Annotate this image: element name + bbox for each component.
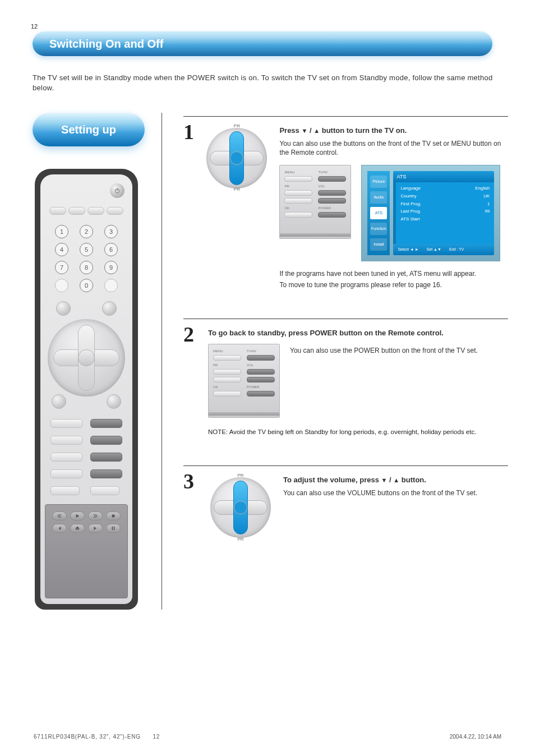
up-icon: ▲ — [393, 477, 399, 483]
page-title: Switching On and Off — [49, 36, 163, 52]
section-pill: Setting up — [33, 113, 145, 146]
step1-post: button to turn the TV on. — [322, 126, 407, 135]
number-pad: 123 456 789 0 — [40, 224, 132, 293]
pause-icon — [106, 524, 121, 533]
step2-title: To go back to standby, press POWER butto… — [208, 328, 508, 338]
prev-icon — [52, 524, 67, 533]
step-number: 1 — [183, 121, 204, 142]
osd-footer-hint: Exit : TV — [449, 247, 464, 252]
step1-p3: To move to tune the programs please refe… — [279, 280, 508, 289]
pr-up-label: PR — [237, 473, 243, 479]
media-buttons-panel — [45, 504, 128, 598]
dpad-icon: PR PR — [204, 126, 269, 191]
osd-screenshot: Picture Audio ATS Function Install ATS — [361, 165, 500, 261]
step1-p2: If the programs have not been tuned in y… — [279, 269, 508, 278]
footer-page-number: 12 — [153, 734, 160, 740]
dpad-icon: PR PR — [208, 475, 273, 540]
footer-date: 2004.4.22, 10:14 AM — [450, 733, 501, 741]
step-1: 1 PR PR Press ▼ / ▲ — [183, 116, 508, 289]
section-pill-label: Setting up — [61, 124, 116, 136]
step3-p1: You can also use the VOLUME buttons on t… — [283, 488, 477, 497]
mode-buttons — [40, 207, 132, 215]
osd-tab: Function — [370, 223, 387, 235]
down-icon: ▼ — [381, 477, 388, 483]
svg-rect-2 — [112, 515, 115, 518]
page-title-bar: Switching On and Off — [33, 31, 492, 56]
osd-footer-hint: Set ▲▼ — [427, 247, 441, 252]
down-icon: ▼ — [301, 127, 307, 134]
osd-label: Last Prog. — [400, 209, 421, 215]
front-panel-illustration: MENUTV/AV PRVOL OKPOWER — [208, 344, 280, 418]
misc-button — [102, 301, 117, 316]
osd-value: 99 — [485, 209, 490, 215]
mute-button — [52, 394, 66, 409]
osd-label: ATS Start — [400, 216, 419, 223]
pr-up-label: PR — [234, 123, 240, 130]
osd-header: ATS — [393, 171, 494, 182]
remote-illustration: 123 456 789 0 — [35, 169, 138, 610]
step1-p1: You can also use the buttons on the fron… — [279, 139, 508, 157]
pr-down-label: PR — [237, 537, 243, 543]
function-buttons — [40, 417, 132, 497]
eject-icon — [70, 524, 85, 533]
osd-label: Language — [400, 186, 421, 192]
step-number: 2 — [183, 324, 208, 345]
play-icon — [70, 511, 85, 520]
step3-post: button. — [402, 476, 426, 484]
misc-button — [56, 301, 71, 316]
osd-label: First Prog. — [400, 201, 421, 208]
osd-tab-active: ATS — [370, 207, 387, 219]
intro-text: The TV set will be in Standby mode when … — [33, 73, 508, 93]
osd-tab: Install — [370, 238, 387, 251]
osd-tab: Picture — [370, 176, 387, 188]
osd-tab: Audio — [370, 191, 387, 204]
osd-body: LanguageEnglish CountryUK First Prog.1 L… — [393, 182, 494, 244]
svg-rect-4 — [114, 527, 115, 530]
step-3: 3 PR PR To adjust the volume, press ▼ / — [183, 465, 508, 540]
step2-p1: You can also use the POWER button on the… — [290, 344, 478, 418]
ok-button — [107, 394, 121, 409]
osd-value: UK — [483, 193, 490, 200]
up-icon: ▲ — [313, 127, 320, 134]
pr-down-label: PR — [234, 187, 240, 193]
osd-value: English — [475, 186, 490, 192]
osd-value: 1 — [487, 201, 490, 208]
svg-rect-3 — [112, 527, 113, 530]
rewind-icon — [52, 511, 67, 520]
front-panel-illustration: MENUTV/AV PRVOL OKPOWER — [279, 165, 351, 239]
next-icon — [88, 524, 103, 533]
step-2: 2 To go back to standby, press POWER but… — [183, 319, 508, 436]
step3-pre: To adjust the volume, press — [283, 476, 379, 484]
footer-meta-text: 6711RLP034B(PAL-B, 32", 42")-ENG — [34, 734, 141, 740]
page-number: 12 — [31, 22, 38, 31]
step-number: 3 — [183, 471, 208, 492]
dpad — [48, 319, 125, 397]
osd-footer: Select ◄ ► Set ▲▼ Exit : TV — [393, 244, 494, 255]
stop-icon — [106, 511, 121, 520]
osd-label: Country — [400, 193, 416, 200]
step2-note: NOTE: Avoid the TV being left on Standby… — [208, 428, 508, 437]
power-icon — [110, 183, 124, 198]
forward-icon — [88, 511, 103, 520]
step1-pre: Press — [279, 126, 299, 135]
osd-footer-hint: Select ◄ ► — [398, 247, 418, 252]
footer-meta: 6711RLP034B(PAL-B, 32", 42")-ENG 12 — [34, 733, 160, 741]
